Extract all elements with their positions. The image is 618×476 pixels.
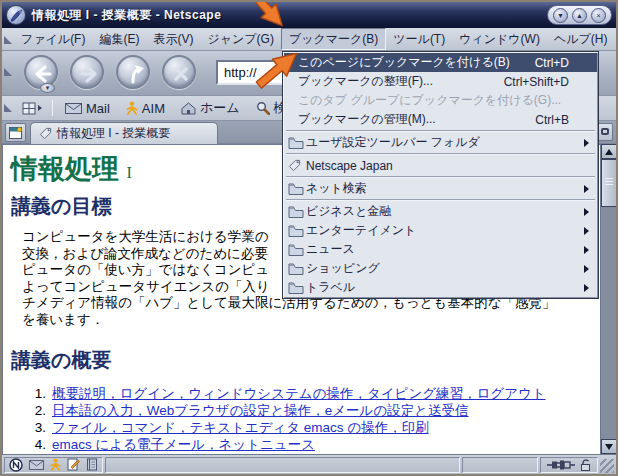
close-button[interactable]: × bbox=[591, 8, 606, 23]
list-item: 2. 日本語の入力，Webブラウザの設定と操作，eメールの設定と送受信 bbox=[30, 402, 546, 419]
home-button[interactable]: ホーム bbox=[173, 99, 248, 117]
submenu-arrow-icon bbox=[584, 208, 589, 216]
menu-item-netscape-japan[interactable]: Netscape Japan bbox=[284, 156, 597, 175]
tab-title: 情報処理 I - 授業概要 bbox=[57, 125, 170, 142]
vertical-scrollbar[interactable] bbox=[600, 144, 616, 454]
forward-icon bbox=[75, 60, 103, 88]
scroll-down-button[interactable] bbox=[601, 439, 617, 454]
page-title: 情報処理 I bbox=[11, 151, 132, 187]
title-bar[interactable]: 情報処理 I - 授業概要 - Netscape ▼ ▲ × bbox=[2, 2, 616, 28]
folder-icon bbox=[288, 224, 304, 237]
tab-active[interactable]: 情報処理 I - 授業概要 bbox=[30, 122, 218, 144]
lecture-link-2[interactable]: 日本語の入力，Webブラウザの設定と操作，eメールの設定と送受信 bbox=[52, 402, 469, 419]
menu-item-file-bookmark[interactable]: ブックマークの整理(F)... Ctrl+Shift+D bbox=[284, 72, 597, 91]
security-lock-icon[interactable] bbox=[579, 458, 593, 472]
status-message-field bbox=[105, 457, 460, 473]
window-title: 情報処理 I - 授業概要 - Netscape bbox=[32, 7, 221, 24]
menu-separator bbox=[286, 130, 595, 132]
reload-button[interactable] bbox=[116, 55, 150, 89]
menu-file[interactable]: ファイル(F) bbox=[14, 28, 92, 50]
sidebar-toggle[interactable] bbox=[16, 102, 48, 115]
menu-go[interactable]: ジャンプ(G) bbox=[200, 28, 280, 50]
lecture-link-1[interactable]: 概要説明，ログイン，ウィンドウシステムの操作，タイピング練習，ログアウト bbox=[52, 385, 546, 402]
search-icon bbox=[256, 101, 270, 115]
list-item: 3. ファイル，コマンド，テキストエディタ emacs の操作，印刷 bbox=[30, 419, 546, 436]
folder-icon bbox=[288, 205, 304, 218]
menu-item-travel[interactable]: トラベル bbox=[284, 278, 597, 297]
folder-icon bbox=[288, 243, 304, 256]
mail-icon[interactable] bbox=[29, 460, 44, 470]
forward-button[interactable] bbox=[70, 55, 104, 89]
section-heading-overview: 講義の概要 bbox=[11, 347, 111, 374]
menu-item-manage-bookmarks[interactable]: ブックマークの管理(M)... Ctrl+B bbox=[284, 110, 597, 129]
submenu-arrow-icon bbox=[584, 284, 589, 292]
section-heading-goals: 講義の目標 bbox=[11, 193, 111, 220]
folder-icon bbox=[288, 182, 304, 195]
resize-grip[interactable] bbox=[600, 459, 614, 473]
stop-icon bbox=[167, 60, 195, 88]
composer-icon[interactable] bbox=[67, 458, 80, 471]
back-history-dropdown[interactable]: ▼ bbox=[40, 83, 55, 93]
menu-item-news[interactable]: ニュース bbox=[284, 240, 597, 259]
menubar-grip[interactable] bbox=[4, 36, 12, 44]
list-item: 4. emacs による電子メール，ネットニュース bbox=[30, 436, 546, 453]
status-indicators bbox=[540, 457, 598, 473]
aim-label: AIM bbox=[142, 101, 165, 116]
tab-list-icon bbox=[8, 125, 24, 141]
mail-icon bbox=[65, 103, 82, 114]
online-plug-icon[interactable] bbox=[546, 459, 576, 471]
status-secondary-field bbox=[462, 457, 538, 473]
scrollbar-thumb[interactable] bbox=[601, 159, 617, 207]
menu-item-net-search[interactable]: ネット検索 bbox=[284, 179, 597, 198]
navigator-icon[interactable] bbox=[9, 458, 23, 472]
home-label: ホーム bbox=[200, 99, 240, 117]
reload-icon bbox=[121, 60, 149, 88]
scroll-up-button[interactable] bbox=[601, 144, 617, 159]
menu-separator bbox=[286, 199, 595, 201]
menu-item-bookmark-tab-group: このタブ グループにブックマークを付ける(G)... bbox=[284, 91, 597, 110]
menu-tools[interactable]: ツール(T) bbox=[386, 28, 452, 50]
menu-separator bbox=[286, 153, 595, 155]
menu-view[interactable]: 表示(V) bbox=[146, 28, 200, 50]
menu-item-personal-toolbar-folder[interactable]: ユーザ設定ツールバー フォルダ bbox=[284, 133, 597, 152]
menu-item-shopping[interactable]: ショッピング bbox=[284, 259, 597, 278]
menu-item-business[interactable]: ビジネスと金融 bbox=[284, 202, 597, 221]
menu-item-bookmark-this-page[interactable]: このページにブックマークを付ける(B) Ctrl+D bbox=[284, 53, 597, 72]
toolbar-separator bbox=[52, 100, 53, 116]
aim-icon bbox=[126, 101, 138, 115]
aim-button[interactable]: AIM bbox=[118, 101, 173, 116]
aim-icon[interactable] bbox=[50, 458, 61, 471]
window-controls: ▼ ▲ × bbox=[547, 5, 612, 25]
bookmark-tag-icon bbox=[288, 159, 301, 172]
lecture-link-4[interactable]: emacs による電子メール，ネットニュース bbox=[52, 436, 315, 453]
mail-button[interactable]: Mail bbox=[57, 101, 118, 116]
tab-list-button[interactable] bbox=[5, 123, 26, 142]
scroll-down-icon bbox=[605, 444, 613, 450]
addressbook-icon[interactable] bbox=[86, 458, 98, 471]
stop-button[interactable] bbox=[162, 55, 196, 89]
list-item: 1. 概要説明，ログイン，ウィンドウシステムの操作，タイピング練習，ログアウト bbox=[30, 385, 546, 402]
folder-icon bbox=[288, 262, 304, 275]
menu-help[interactable]: ヘルプ(H) bbox=[547, 28, 615, 50]
menu-window[interactable]: ウィンドウ(W) bbox=[452, 28, 547, 50]
submenu-arrow-icon bbox=[584, 246, 589, 254]
mail-label: Mail bbox=[86, 101, 110, 116]
persbar-grip[interactable] bbox=[4, 104, 12, 112]
new-tab-icon bbox=[601, 128, 609, 135]
submenu-arrow-icon bbox=[584, 185, 589, 193]
navbar-grip[interactable] bbox=[4, 68, 12, 76]
menu-item-entertainment[interactable]: エンターテイメント bbox=[284, 221, 597, 240]
home-icon bbox=[181, 102, 196, 115]
scroll-up-icon bbox=[605, 149, 613, 155]
minimize-button[interactable]: ▼ bbox=[553, 8, 568, 23]
lecture-list: 1. 概要説明，ログイン，ウィンドウシステムの操作，タイピング練習，ログアウト … bbox=[30, 385, 546, 453]
folder-icon bbox=[288, 281, 304, 294]
maximize-button[interactable]: ▲ bbox=[572, 8, 587, 23]
menu-edit[interactable]: 編集(E) bbox=[92, 28, 146, 50]
sidebar-grid-icon bbox=[22, 102, 36, 115]
folder-icon bbox=[288, 136, 304, 149]
submenu-arrow-icon bbox=[584, 139, 589, 147]
menu-bookmarks[interactable]: ブックマーク(B) bbox=[281, 28, 386, 50]
netscape-app-icon bbox=[6, 5, 26, 25]
lecture-link-3[interactable]: ファイル，コマンド，テキストエディタ emacs の操作，印刷 bbox=[52, 419, 429, 436]
